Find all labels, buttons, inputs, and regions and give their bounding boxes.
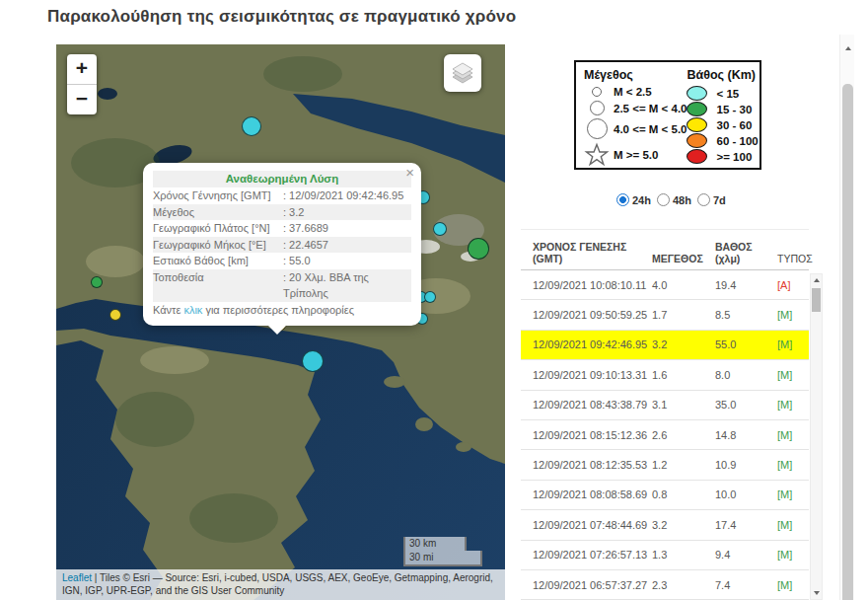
time-filter-label: 7d <box>713 194 726 206</box>
cell-depth: 19.4 <box>715 279 777 291</box>
legend-magnitude-title: Μέγεθος <box>584 68 687 82</box>
legend-magnitude-item: 4.0 <= M < 5.0 <box>584 118 687 139</box>
cell-magnitude: 0.8 <box>652 488 715 500</box>
table-row[interactable]: 12/09/2021 06:57:37.272.37.4[M] <box>521 570 809 600</box>
quake-marker[interactable] <box>242 116 261 136</box>
table-row[interactable]: 12/09/2021 08:12:35.531.210.9[M] <box>521 450 809 480</box>
quake-marker[interactable] <box>109 309 121 321</box>
time-filter-option-7d[interactable]: 7d <box>697 193 726 206</box>
cell-depth: 55.0 <box>715 338 777 350</box>
star-icon <box>584 142 610 167</box>
scroll-up-icon[interactable] <box>811 274 822 286</box>
quake-marker[interactable] <box>91 276 103 288</box>
cell-depth: 17.4 <box>715 519 777 531</box>
table-row[interactable]: 12/09/2021 08:15:12.362.614.8[M] <box>521 420 809 450</box>
popup-row-value: : 3.2 <box>283 204 411 221</box>
table-row[interactable]: 12/09/2021 07:48:44.693.217.4[M] <box>521 510 809 540</box>
popup-row: Γεωγραφικό Μήκος [°E]: 22.4657 <box>153 237 411 254</box>
quake-table: ΧΡΟΝΟΣ ΓΕΝΕΣΗΣ (GMT) ΜΕΓΕΘΟΣ ΒΑΘΟΣ (χλμ)… <box>521 229 809 600</box>
legend-depth-item: >= 100 <box>687 149 758 164</box>
legend-magnitude-items: M < 2.52.5 <= M < 4.04.0 <= M < 5.0M >= … <box>584 86 687 167</box>
popup-footer: Κάντε κλικ για περισσότερες πληροφορίες <box>153 302 411 319</box>
zoom-out-button[interactable]: − <box>67 85 97 114</box>
cell-depth: 10.9 <box>715 459 777 471</box>
attribution-text: | Tiles © Esri — Source: Esri, i-cubed, … <box>62 572 493 596</box>
time-filter-option-24h[interactable]: 24h <box>616 193 651 206</box>
cell-time: 12/09/2021 07:48:44.69 <box>521 519 652 531</box>
popup-row: Χρόνος Γέννησης [GMT]: 12/09/2021 09:42:… <box>153 188 411 204</box>
cell-type: [A] <box>777 279 809 291</box>
header-magnitude: ΜΕΓΕΘΟΣ <box>652 253 715 264</box>
popup-row: Τοποθεσία: 20 Χλμ. ΒΒΑ της Τρίπολης <box>153 269 411 302</box>
cell-type: [M] <box>777 429 809 441</box>
quake-marker[interactable] <box>433 222 447 236</box>
zoom-in-button[interactable]: + <box>67 54 97 85</box>
cell-time: 12/09/2021 06:57:37.27 <box>521 579 652 591</box>
cell-magnitude: 4.0 <box>652 279 715 291</box>
legend-magnitude-label: M >= 5.0 <box>614 149 658 161</box>
layers-button[interactable] <box>444 54 481 92</box>
popup-row-label: Εστιακό Βάθος [km] <box>153 253 283 269</box>
legend-depth-label: < 15 <box>716 88 739 100</box>
seismicity-page: Παρακολούθηση της σεισμικότητας σε πραγμ… <box>0 0 868 600</box>
legend-depth-label: 30 - 60 <box>716 119 752 131</box>
header-type: ΤΥΠΟΣ <box>777 253 809 264</box>
table-row[interactable]: 12/09/2021 07:26:57.131.39.4[M] <box>521 541 809 570</box>
cell-type: [M] <box>777 338 809 350</box>
table-row[interactable]: 12/09/2021 09:10:13.311.68.0[M] <box>521 360 809 390</box>
table-row[interactable]: 12/09/2021 10:08:10.114.019.4[A] <box>521 270 809 300</box>
table-row[interactable]: 12/09/2021 09:50:59.251.78.5[M] <box>521 300 809 330</box>
popup-row-value: : 12/09/2021 09:42:46.95 <box>283 188 411 204</box>
zoom-control: + − <box>67 54 97 114</box>
popup-row-value: : 37.6689 <box>283 220 411 237</box>
legend-depth-item: 60 - 100 <box>687 133 758 148</box>
scroll-down-icon[interactable] <box>811 587 822 599</box>
time-filter-option-48h[interactable]: 48h <box>657 193 691 206</box>
popup-row-label: Μέγεθος <box>153 204 283 221</box>
page-scrollbar[interactable] <box>839 35 854 600</box>
header-depth: ΒΑΘΟΣ (χλμ) <box>715 241 777 264</box>
map[interactable]: + − 30 km 30 mi Leaflet | Tiles © Esri —… <box>56 44 505 600</box>
legend-depth-title: Βάθος (Km) <box>687 68 758 82</box>
legend-magnitude-label: 4.0 <= M < 5.0 <box>614 123 687 135</box>
cell-time: 12/09/2021 09:42:46.95 <box>521 338 652 350</box>
leaflet-link[interactable]: Leaflet <box>62 572 92 583</box>
popup-footer-text: για περισσότερες πληροφορίες <box>202 304 354 316</box>
popup-title: Αναθεωρημένη Λύση <box>153 171 411 188</box>
table-scrollbar-thumb[interactable] <box>812 288 821 312</box>
cell-depth: 35.0 <box>715 399 777 411</box>
table-row[interactable]: 12/09/2021 09:42:46.953.255.0[M] <box>521 331 809 360</box>
cell-magnitude: 1.2 <box>652 459 715 471</box>
page-scrollbar-thumb[interactable] <box>842 84 853 600</box>
cell-depth: 9.4 <box>715 549 777 561</box>
popup-row-label: Γεωγραφικό Πλάτος [°N] <box>153 220 283 237</box>
scale-mi: 30 mi <box>403 551 482 566</box>
radio-icon[interactable] <box>616 193 629 206</box>
close-icon[interactable]: × <box>405 165 414 180</box>
cell-time: 12/09/2021 08:12:35.53 <box>521 459 652 471</box>
legend-magnitude-item: 2.5 <= M < 4.0 <box>584 101 687 115</box>
page-scroll-up-icon[interactable] <box>840 40 855 56</box>
radio-icon[interactable] <box>657 193 670 206</box>
quake-marker[interactable] <box>468 238 489 260</box>
more-info-link[interactable]: κλικ <box>183 304 202 316</box>
cell-type: [M] <box>777 369 809 381</box>
circle-icon <box>584 118 610 139</box>
legend-magnitude-item: M >= 5.0 <box>584 142 687 167</box>
time-filter: 24h48h7d <box>616 193 732 206</box>
depth-swatch-icon <box>687 102 707 116</box>
radio-icon[interactable] <box>697 193 710 206</box>
circle-icon <box>584 87 610 97</box>
page-title: Παρακολούθηση της σεισμικότητας σε πραγμ… <box>47 7 516 27</box>
popup-row-label: Τοποθεσία <box>153 269 283 302</box>
cell-magnitude: 3.2 <box>652 338 715 350</box>
circle-icon <box>584 101 610 115</box>
quake-table-body: 12/09/2021 10:08:10.114.019.4[A]12/09/20… <box>521 270 809 600</box>
table-header: ΧΡΟΝΟΣ ΓΕΝΕΣΗΣ (GMT) ΜΕΓΕΘΟΣ ΒΑΘΟΣ (χλμ)… <box>521 229 809 270</box>
table-row[interactable]: 12/09/2021 08:08:58.690.810.0[M] <box>521 481 809 510</box>
legend-depth-label: >= 100 <box>716 151 752 163</box>
quake-marker[interactable] <box>424 291 436 303</box>
quake-marker[interactable] <box>302 350 324 372</box>
table-scrollbar[interactable] <box>810 273 823 600</box>
table-row[interactable]: 12/09/2021 08:43:38.793.135.0[M] <box>521 391 809 420</box>
